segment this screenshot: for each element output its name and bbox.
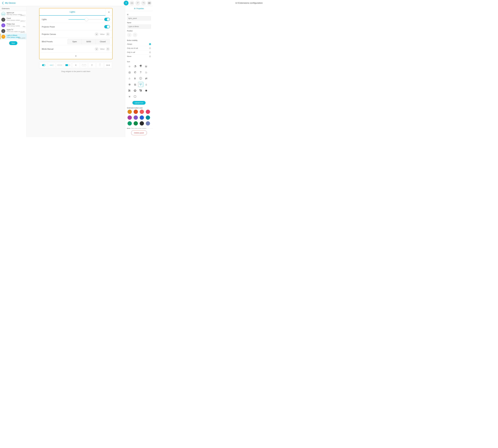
- export-button[interactable]: ↥: [124, 1, 129, 5]
- icon-option-concierge[interactable]: 🛎︎: [144, 64, 149, 69]
- palette-spacer[interactable]: [104, 62, 112, 68]
- color-swatch[interactable]: [134, 115, 138, 120]
- widget-row-group[interactable]: Blind Presets Open 50/50 Closed: [39, 38, 112, 45]
- icon-option-input[interactable]: ⇄: [144, 76, 149, 81]
- icon-option-record[interactable]: ⏺︎: [144, 88, 149, 93]
- palette-spinner[interactable]: ˄˅: [80, 62, 87, 68]
- plus-icon: ＋: [107, 10, 110, 14]
- option-label: Only in call: [127, 51, 135, 53]
- panel-tab-lights[interactable]: Lights: [39, 8, 105, 16]
- icon-option-power[interactable]: ⏻: [133, 88, 138, 93]
- extension-title: Philips Hue: [7, 23, 25, 25]
- slider-lights[interactable]: [69, 19, 103, 19]
- spinner-readout: Value: [100, 33, 104, 35]
- color-swatch[interactable]: [134, 121, 138, 126]
- icon-option-brightness[interactable]: ☼: [127, 64, 132, 69]
- widget-row-toggle[interactable]: Projector Power: [39, 23, 112, 31]
- color-swatch[interactable]: [128, 110, 132, 114]
- back-button[interactable]: My Device: [1, 2, 16, 4]
- properties-tab[interactable]: ⚙ Properties: [125, 6, 153, 11]
- icon-option-media[interactable]: ♫: [144, 82, 149, 87]
- color-swatch[interactable]: [140, 115, 144, 120]
- preview-button[interactable]: [130, 1, 134, 5]
- position-up-button[interactable]: ↑: [133, 33, 137, 37]
- upload-icon-button[interactable]: Upload Icon: [133, 101, 146, 105]
- position-down-button[interactable]: ↓: [127, 33, 132, 37]
- icon-option-handset[interactable]: ✆: [133, 70, 138, 75]
- icon-option-microphone[interactable]: 🎤︎: [127, 88, 132, 93]
- extension-item-appletv[interactable]: ▭ Apple TV Panel (only visible out of ca…: [0, 28, 26, 34]
- toggle-projector-power[interactable]: [104, 25, 110, 28]
- extension-item-appsco[interactable]: www appsco.pe Web App (always visible) p…: [0, 11, 26, 17]
- new-extension-button[interactable]: New: [9, 41, 17, 45]
- widget-row-slider[interactable]: Lights: [39, 16, 112, 23]
- icon-option-camera[interactable]: 🎥︎: [138, 64, 143, 69]
- redo-button[interactable]: ↷: [141, 1, 146, 5]
- arrow-up-icon: ↑: [134, 33, 136, 36]
- id-field[interactable]: [127, 16, 151, 20]
- icon-option-proximity[interactable]: 📶︎: [138, 88, 143, 93]
- panel-icon: ▭: [1, 18, 5, 22]
- palette-toggle[interactable]: [40, 62, 47, 68]
- name-field[interactable]: [127, 24, 151, 29]
- spinner-decrement[interactable]: [95, 47, 99, 51]
- undo-button[interactable]: ↶: [135, 1, 140, 5]
- icon-option-clock[interactable]: ◔: [133, 64, 138, 69]
- delete-panel-button[interactable]: Delete panel: [131, 130, 147, 135]
- icon-option-help[interactable]: ?: [138, 70, 143, 75]
- icon-option-home[interactable]: ⌂: [127, 76, 132, 81]
- add-widget-button[interactable]: ＋: [39, 53, 112, 59]
- visibility-option-never[interactable]: Never: [127, 54, 151, 58]
- icon-option-temperature[interactable]: 🌡︎: [133, 76, 138, 81]
- visibility-option-outcall[interactable]: Only out of call: [127, 46, 151, 50]
- color-swatch[interactable]: [128, 121, 132, 126]
- color-swatch[interactable]: [146, 110, 150, 114]
- palette-button[interactable]: [56, 62, 63, 68]
- palette-group[interactable]: [64, 62, 71, 68]
- eye-icon: [131, 2, 133, 4]
- icon-option-laptop[interactable]: 💻︎: [133, 82, 138, 87]
- arrow-down-icon: ↓: [129, 33, 130, 36]
- extension-tag: Hue: [23, 26, 25, 27]
- segment-5050[interactable]: 50/50: [82, 39, 96, 44]
- menu-button[interactable]: [147, 1, 152, 5]
- name-label: Name: [127, 22, 151, 24]
- color-swatch[interactable]: [134, 110, 138, 114]
- visibility-option-always[interactable]: Always: [127, 42, 151, 46]
- gear-icon: ⚙: [134, 8, 136, 10]
- icon-option-hvac[interactable]: ♨︎: [144, 70, 149, 75]
- spinner-increment[interactable]: [106, 32, 110, 36]
- color-swatch[interactable]: [128, 115, 132, 120]
- widget-row-spinner[interactable]: Projector Canvas Value: [39, 31, 112, 38]
- segment-open[interactable]: Open: [67, 39, 82, 44]
- extension-tag: lights_panel: [18, 37, 25, 39]
- icon-option-disc[interactable]: ◎: [127, 70, 132, 75]
- add-tab-button[interactable]: ＋: [105, 8, 112, 16]
- option-label: Never: [127, 55, 131, 57]
- extension-item-lights[interactable]: 💡 Lights & Blinds Panel (always visible)…: [0, 34, 26, 39]
- palette-text[interactable]: T: [88, 62, 96, 68]
- icon-option-lightbulb[interactable]: 💡︎: [138, 82, 143, 87]
- extension-tag: panel_2: [20, 20, 25, 22]
- color-swatch[interactable]: [146, 115, 150, 120]
- color-swatch[interactable]: [140, 110, 144, 114]
- spinner-decrement[interactable]: [95, 32, 99, 36]
- color-swatch[interactable]: [140, 121, 144, 126]
- visibility-option-incall[interactable]: Only in call: [127, 50, 151, 54]
- icon-option-tv[interactable]: 🖵: [133, 94, 138, 99]
- extension-item-panel[interactable]: ▭ Panel Panel (always visible) panel_2: [0, 17, 26, 22]
- lightbulb-icon: 💡: [1, 35, 5, 39]
- icon-option-language[interactable]: ⊕: [127, 82, 132, 87]
- palette-dpad[interactable]: ˄˂ ˃˅: [96, 62, 104, 68]
- icon-option-sliders[interactable]: ≡: [127, 94, 132, 99]
- widget-row-spinner-blinds[interactable]: Blinds Manual Value: [39, 45, 112, 53]
- segment-closed[interactable]: Closed: [96, 39, 110, 44]
- palette-slider[interactable]: [48, 62, 55, 68]
- icon-option-info[interactable]: ⓘ: [138, 76, 143, 81]
- color-swatch[interactable]: [146, 121, 150, 126]
- toggle-lights[interactable]: [104, 18, 110, 21]
- palette-icon[interactable]: +: [72, 62, 80, 68]
- extension-item-hue[interactable]: ≡ Philips Hue Panel (always visible) Hue: [0, 22, 26, 28]
- radio-icon: [149, 55, 151, 57]
- spinner-increment[interactable]: [106, 47, 110, 51]
